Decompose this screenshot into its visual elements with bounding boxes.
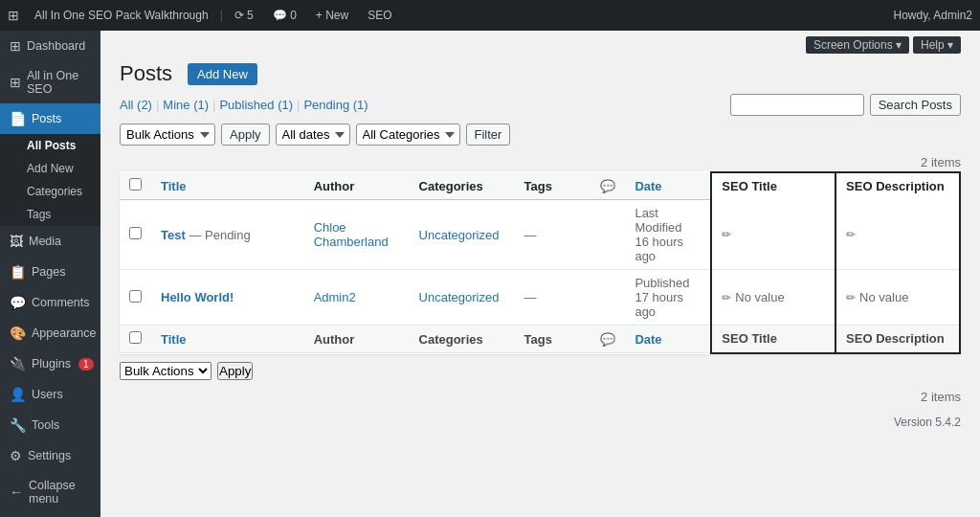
wp-logo-icon[interactable]: ⊞ bbox=[8, 8, 19, 23]
bulk-actions-select[interactable]: Bulk Actions bbox=[120, 124, 215, 146]
row-checkbox[interactable] bbox=[129, 227, 142, 239]
admin-bar-add-new[interactable]: + New bbox=[308, 9, 356, 22]
admin-bar-seo[interactable]: SEO bbox=[360, 9, 399, 22]
date-label: Last Modified16 hours ago bbox=[635, 206, 683, 263]
tfoot-checkbox-cell bbox=[120, 326, 151, 353]
sidebar-item-dashboard[interactable]: ⊞ Dashboard bbox=[0, 31, 100, 61]
plugins-badge: 1 bbox=[78, 358, 94, 371]
sidebar-item-pages[interactable]: 📋 Pages bbox=[0, 257, 100, 287]
tools-icon: 🔧 bbox=[10, 417, 26, 433]
tfoot-title-sort-link[interactable]: Title bbox=[161, 332, 187, 347]
tfoot-date-cell: Date bbox=[625, 326, 711, 353]
users-icon: 👤 bbox=[10, 387, 26, 402]
sidebar-item-media[interactable]: 🖼 Media bbox=[0, 226, 100, 257]
th-title: Title bbox=[151, 172, 304, 200]
admin-bar-updates[interactable]: ⟳ 5 bbox=[227, 9, 261, 22]
tfoot-date-sort-link[interactable]: Date bbox=[635, 332, 661, 347]
sidebar-item-label: Pages bbox=[32, 265, 65, 279]
search-posts-button[interactable]: Search Posts bbox=[870, 94, 961, 116]
title-sort-link[interactable]: Title bbox=[161, 179, 187, 193]
sidebar-item-all-in-one-seo[interactable]: ⊞ All in One SEO bbox=[0, 61, 100, 103]
search-posts-input[interactable] bbox=[730, 94, 864, 116]
screen-options-button[interactable]: Screen Options ▾ bbox=[806, 36, 909, 54]
help-button[interactable]: Help ▾ bbox=[913, 36, 961, 54]
sidebar-sub-categories[interactable]: Categories bbox=[0, 180, 100, 203]
collapse-icon: ← bbox=[10, 484, 23, 500]
sidebar-item-settings[interactable]: ⚙ Settings bbox=[0, 440, 100, 471]
appearance-icon: 🎨 bbox=[10, 326, 26, 341]
seo-desc-edit-icon[interactable]: ✏ bbox=[846, 228, 856, 241]
th-seo-description: SEO Description bbox=[835, 172, 960, 200]
sub-nav-published[interactable]: Published (1) bbox=[219, 98, 293, 112]
sidebar-sub-all-posts[interactable]: All Posts bbox=[0, 134, 100, 157]
author-link[interactable]: Admin2 bbox=[314, 290, 356, 304]
row-checkbox-cell bbox=[120, 200, 151, 270]
row-seo-title-cell: ✏ No value bbox=[711, 270, 835, 326]
th-author: Author bbox=[304, 172, 410, 200]
th-categories: Categories bbox=[410, 172, 515, 200]
sidebar-item-label: Posts bbox=[32, 112, 61, 125]
sidebar-item-label: Settings bbox=[28, 449, 71, 462]
seo-desc-edit-icon[interactable]: ✏ bbox=[846, 291, 856, 304]
filter-button[interactable]: Filter bbox=[466, 124, 511, 146]
th-date: Date bbox=[625, 172, 711, 200]
settings-icon: ⚙ bbox=[10, 448, 22, 463]
category-link[interactable]: Uncategorized bbox=[419, 290, 500, 304]
tfoot-comments-icon: 💬 bbox=[600, 332, 615, 347]
sidebar-sub-add-new[interactable]: Add New bbox=[0, 157, 100, 180]
row-title-cell: Test — Pending bbox=[151, 200, 304, 270]
row-author-cell: Admin2 bbox=[304, 270, 410, 326]
row-comments-cell bbox=[590, 200, 625, 270]
seo-title-edit-icon[interactable]: ✏ bbox=[722, 228, 731, 241]
sidebar-item-label: Plugins bbox=[32, 357, 71, 371]
tfoot-tags-cell: Tags bbox=[515, 326, 591, 353]
sidebar-item-appearance[interactable]: 🎨 Appearance bbox=[0, 318, 100, 348]
th-seo-title: SEO Title bbox=[711, 172, 835, 200]
sidebar-sub-tags[interactable]: Tags bbox=[0, 203, 100, 226]
bulk-apply-button[interactable]: Apply bbox=[221, 124, 270, 146]
sidebar-item-users[interactable]: 👤 Users bbox=[0, 379, 100, 410]
plugins-icon: 🔌 bbox=[10, 356, 26, 371]
select-all-checkbox[interactable] bbox=[129, 178, 142, 191]
th-tags: Tags bbox=[515, 172, 591, 200]
pages-icon: 📋 bbox=[10, 264, 26, 280]
post-title-link[interactable]: Test bbox=[161, 228, 186, 242]
sidebar-item-tools[interactable]: 🔧 Tools bbox=[0, 410, 100, 440]
table-row: Test — Pending Chloe Chamberland Uncateg… bbox=[120, 200, 960, 270]
sidebar-item-plugins[interactable]: 🔌 Plugins 1 bbox=[0, 348, 100, 379]
row-tags-cell: — bbox=[515, 200, 591, 270]
category-link[interactable]: Uncategorized bbox=[419, 228, 500, 242]
seo-title-edit-icon[interactable]: ✏ bbox=[722, 291, 731, 304]
date-sort-link[interactable]: Date bbox=[635, 179, 661, 193]
bottom-filter-bar: Bulk Actions Apply bbox=[100, 354, 980, 388]
row-checkbox[interactable] bbox=[129, 290, 142, 303]
post-title-link[interactable]: Hello World! bbox=[161, 290, 234, 304]
sub-nav-all[interactable]: All (2) bbox=[120, 98, 152, 112]
seo-title-no-value: No value bbox=[735, 290, 784, 304]
bottom-bulk-actions-select[interactable]: Bulk Actions bbox=[120, 362, 212, 380]
admin-bar-comments[interactable]: 💬 0 bbox=[265, 9, 304, 22]
sidebar-item-posts[interactable]: 📄 Posts bbox=[0, 103, 100, 134]
dates-filter-select[interactable]: All dates bbox=[276, 124, 350, 146]
author-link[interactable]: Chloe Chamberland bbox=[314, 220, 389, 249]
tfoot-author-cell: Author bbox=[304, 326, 410, 353]
row-checkbox-cell bbox=[120, 270, 151, 326]
posts-icon: 📄 bbox=[10, 111, 26, 126]
th-comments: 💬 bbox=[590, 172, 625, 200]
sidebar-item-label: Collapse menu bbox=[29, 479, 91, 506]
categories-filter-select[interactable]: All Categories bbox=[356, 124, 460, 146]
sidebar: ⊞ Dashboard ⊞ All in One SEO 📄 Posts All… bbox=[0, 31, 100, 517]
posts-table-wrap: Title Author Categories Tags 💬 Date SEO … bbox=[100, 171, 980, 354]
sub-nav-mine[interactable]: Mine (1) bbox=[163, 98, 209, 112]
items-count-top: 2 items bbox=[100, 153, 980, 171]
admin-bar-site[interactable]: All In One SEO Pack Walkthrough bbox=[27, 9, 216, 22]
tfoot-seo-desc-cell: SEO Description bbox=[835, 326, 960, 353]
tfoot-select-all-checkbox[interactable] bbox=[129, 331, 142, 344]
sub-nav-pending[interactable]: Pending (1) bbox=[303, 98, 368, 112]
bottom-apply-button[interactable]: Apply bbox=[217, 362, 253, 380]
sidebar-item-label: Media bbox=[29, 235, 61, 248]
sidebar-item-comments[interactable]: 💬 Comments bbox=[0, 287, 100, 318]
sidebar-item-collapse[interactable]: ← Collapse menu bbox=[0, 471, 100, 513]
sidebar-item-label: Comments bbox=[32, 296, 89, 309]
add-new-button[interactable]: Add New bbox=[188, 63, 257, 85]
